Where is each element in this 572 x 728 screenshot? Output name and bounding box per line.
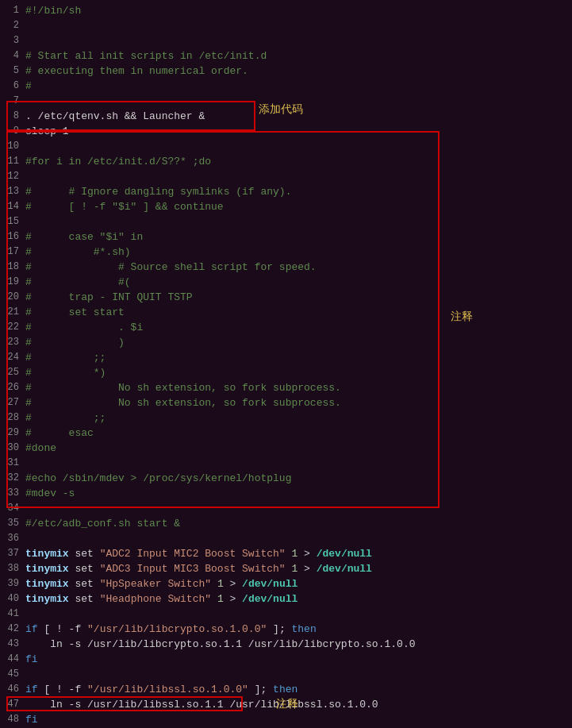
line-15: 15 [0,214,572,229]
line-26: 26 # No sh extension, so fork subprocess… [0,380,572,395]
line-10: 10 [0,139,572,154]
line-34: 34 [0,501,572,516]
line-45: 45 [0,667,572,682]
line-25: 25 # *) [0,365,572,380]
line-3: 3 [0,33,572,48]
line-24: 24 # ;; [0,350,572,365]
line-23: 23 # ) [0,335,572,350]
annotation-comment2: 注释 [276,697,298,711]
line-37: 37 tinymix set "ADC2 Input MIC2 Boost Sw… [0,546,572,561]
line-41: 41 [0,607,572,622]
line-16: 16 # case "$i" in [0,229,572,245]
line-29: 29 # esac [0,426,572,441]
line-20: 20 # trap - INT QUIT TSTP [0,290,572,305]
line-22: 22 # . $i [0,320,572,335]
line-4: 4 # Start all init scripts in /etc/init.… [0,48,572,64]
line-11: 11 #for i in /etc/init.d/S??* ;do [0,154,572,169]
line-42: 42 if [ ! -f "/usr/lib/libcrypto.so.1.0.… [0,622,572,637]
line-6: 6 # [0,79,572,94]
line-1: 1 #!/bin/sh [0,3,572,18]
code-editor: 1 #!/bin/sh 2 3 4 # Start all init scrip… [0,0,572,728]
line-36: 36 [0,531,572,546]
line-12: 12 [0,169,572,184]
line-30: 30 #done [0,441,572,456]
line-46: 46 if [ ! -f "/usr/lib/libssl.so.1.0.0" … [0,682,572,697]
line-38: 38 tinymix set "ADC3 Input MIC3 Boost Sw… [0,561,572,576]
line-39: 39 tinymix set "HpSpeaker Switch" 1 > /d… [0,576,572,591]
line-28: 28 # ;; [0,410,572,426]
line-9: 9 sleep 1 [0,124,572,139]
line-44: 44 fi [0,652,572,667]
line-17: 17 # #*.sh) [0,245,572,260]
line-43: 43 ln -s /usr/lib/libcrypto.so.1.1 /usr/… [0,637,572,652]
line-35: 35 #/etc/adb_conf.sh start & [0,516,572,531]
line-31: 31 [0,456,572,471]
line-13: 13 # # Ignore dangling symlinks (if any)… [0,184,572,199]
line-40: 40 tinymix set "Headphone Switch" 1 > /d… [0,591,572,607]
line-48: 48 fi [0,712,572,727]
line-27: 27 # No sh extension, so fork subprocess… [0,395,572,410]
line-19: 19 # #( [0,275,572,290]
line-14: 14 # [ ! -f "$i" ] && continue [0,199,572,214]
line-32: 32 #echo /sbin/mdev > /proc/sys/kernel/h… [0,471,572,486]
line-33: 33 #mdev -s [0,486,572,501]
annotation-addcode: 添加代码 [259,102,303,117]
line-21: 21 # set start [0,305,572,320]
line-18: 18 # # Source shell script for speed. [0,260,572,275]
line-2: 2 [0,18,572,33]
annotation-comment1: 注释 [451,310,473,324]
line-5: 5 # executing them in numerical order. [0,64,572,79]
